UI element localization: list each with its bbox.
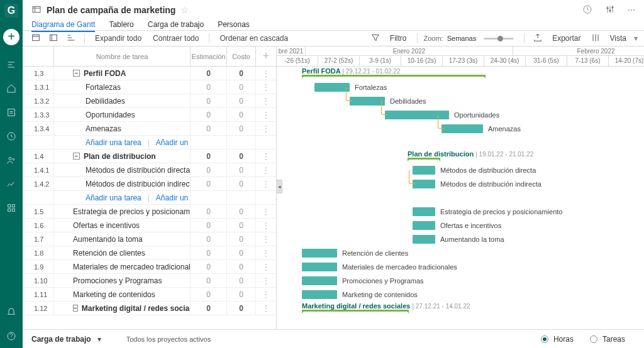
- cost-cell[interactable]: 0: [227, 122, 256, 135]
- reports-icon[interactable]: [4, 177, 18, 191]
- row-actions-icon[interactable]: ⋮: [256, 111, 276, 119]
- notify-icon[interactable]: [4, 305, 18, 319]
- task-row[interactable]: 1.3.1Fortalezas00⋮: [23, 80, 276, 94]
- task-row[interactable]: 1.6Ofertas e incentivos00⋮: [23, 219, 276, 232]
- col-cost[interactable]: Costo: [227, 46, 256, 66]
- task-name[interactable]: Materiales de mercadeo tradicionales: [54, 260, 191, 273]
- cost-cell[interactable]: 0: [227, 94, 256, 107]
- estimation-cell[interactable]: 0: [191, 163, 227, 177]
- task-name[interactable]: −Plan de distribucion: [54, 150, 191, 163]
- row-actions-icon[interactable]: ⋮: [256, 235, 276, 244]
- task-bar[interactable]: [350, 97, 385, 106]
- task-bar[interactable]: [314, 83, 350, 92]
- estimation-cell[interactable]: 0: [191, 274, 227, 287]
- task-name[interactable]: Oportunidades: [54, 108, 191, 121]
- toolbar-undo-icon[interactable]: [29, 33, 43, 45]
- task-bar[interactable]: [413, 221, 435, 230]
- row-actions-icon[interactable]: ⋮: [256, 249, 276, 258]
- cost-cell[interactable]: 0: [227, 260, 256, 273]
- estimation-cell[interactable]: 0: [191, 150, 227, 163]
- cost-cell[interactable]: 0: [227, 67, 256, 80]
- filter-button[interactable]: Filtro: [386, 34, 411, 43]
- task-name[interactable]: Ofertas e incentivos: [54, 219, 191, 232]
- row-actions-icon[interactable]: ⋮: [256, 166, 276, 175]
- cascade-sort-button[interactable]: Ordenar en cascada: [216, 34, 292, 43]
- task-bar[interactable]: [302, 249, 337, 258]
- task-bar[interactable]: [441, 124, 483, 133]
- task-row[interactable]: 1.8Retención de clientes00⋮: [23, 246, 276, 260]
- task-row[interactable]: 1.9Materiales de mercadeo tradicionales0…: [23, 260, 276, 274]
- projects-icon[interactable]: [4, 106, 18, 119]
- cost-cell[interactable]: 0: [227, 219, 256, 232]
- radio-tasks[interactable]: Tareas: [590, 335, 625, 344]
- home-icon[interactable]: [4, 82, 18, 95]
- col-estimation[interactable]: Estimación: [191, 46, 227, 66]
- add-milestone-link[interactable]: Añadir un hito: [156, 193, 191, 202]
- workload-toggle-icon[interactable]: ▾: [97, 335, 101, 344]
- cost-cell[interactable]: 0: [227, 232, 256, 246]
- row-actions-icon[interactable]: ⋮: [256, 180, 276, 188]
- col-name[interactable]: Nombre de tarea: [54, 46, 191, 66]
- task-row[interactable]: 1.4.2Métodos de distribución indirecta00…: [23, 177, 276, 191]
- task-name[interactable]: Debilidades: [54, 94, 191, 107]
- task-bar[interactable]: [302, 290, 337, 299]
- task-row[interactable]: 1.4−Plan de distribucion00⋮: [23, 150, 276, 163]
- task-row[interactable]: 1.7Aumentando la toma00⋮: [23, 232, 276, 246]
- collapse-toggle-icon[interactable]: −: [73, 305, 78, 312]
- cost-cell[interactable]: 0: [227, 163, 256, 177]
- task-name[interactable]: Métodos de distribución indirecta: [54, 177, 191, 190]
- estimation-cell[interactable]: 0: [191, 122, 227, 135]
- row-actions-icon[interactable]: ⋮: [256, 207, 276, 216]
- chevron-down-icon[interactable]: ▾: [634, 34, 638, 43]
- task-row[interactable]: 1.3.2Debilidades00⋮: [23, 94, 276, 108]
- task-bar[interactable]: [302, 276, 337, 285]
- task-name[interactable]: Estrategia de precios y posicionami...: [54, 205, 191, 218]
- summary-bar[interactable]: Plan de distribucion | 19.01.22 - 21.01.…: [408, 158, 440, 160]
- zoom-slider[interactable]: [484, 38, 514, 40]
- cost-cell[interactable]: 0: [227, 80, 256, 94]
- estimation-cell[interactable]: 0: [191, 80, 227, 94]
- collapse-all-button[interactable]: Contraer todo: [149, 34, 203, 43]
- estimation-cell[interactable]: 0: [191, 232, 227, 246]
- row-actions-icon[interactable]: ⋮: [256, 263, 276, 271]
- task-row[interactable]: 1.3−Perfil FODA00⋮: [23, 67, 276, 80]
- projects-filter[interactable]: Todos los proyectos activos: [126, 335, 211, 343]
- favorite-star-icon[interactable]: ☆: [180, 5, 189, 15]
- task-name[interactable]: Amenazas: [54, 122, 191, 135]
- row-actions-icon[interactable]: ⋮: [256, 124, 276, 133]
- task-name[interactable]: Retención de clientes: [54, 246, 191, 259]
- toolbar-baseline-icon[interactable]: [47, 33, 60, 45]
- task-name[interactable]: Marketing de contenidos: [54, 288, 191, 301]
- task-name[interactable]: Métodos de distribución directa: [54, 163, 191, 177]
- estimation-cell[interactable]: 0: [191, 246, 227, 259]
- collapse-toggle-icon[interactable]: −: [73, 70, 80, 77]
- task-name[interactable]: Fortalezas: [54, 80, 191, 94]
- menu-icon[interactable]: [4, 58, 18, 72]
- team-icon[interactable]: [4, 153, 18, 167]
- cost-cell[interactable]: 0: [227, 205, 256, 218]
- row-actions-icon[interactable]: ⋮: [256, 276, 276, 285]
- task-name[interactable]: −Marketing digital / redes sociales: [54, 302, 191, 315]
- estimation-cell[interactable]: 0: [191, 302, 227, 315]
- task-row[interactable]: 1.12−Marketing digital / redes sociales0…: [23, 302, 276, 315]
- expand-all-button[interactable]: Expandir todo: [91, 34, 145, 43]
- task-row[interactable]: 1.4.1Métodos de distribución directa00⋮: [23, 163, 276, 177]
- add-task-link[interactable]: Añadir una tarea: [86, 193, 142, 202]
- row-actions-icon[interactable]: ⋮: [256, 97, 276, 106]
- cost-cell[interactable]: 0: [227, 288, 256, 301]
- task-bar[interactable]: [413, 166, 435, 175]
- row-actions-icon[interactable]: ⋮: [256, 83, 276, 92]
- row-actions-icon[interactable]: ⋮: [256, 69, 276, 78]
- collapse-toggle-icon[interactable]: −: [73, 153, 80, 160]
- apps-icon[interactable]: [4, 201, 18, 215]
- cost-cell[interactable]: 0: [227, 246, 256, 259]
- add-column-button[interactable]: +: [256, 46, 276, 66]
- add-row[interactable]: Añadir una tarea|Añadir un hito: [23, 191, 276, 205]
- cost-cell[interactable]: 0: [227, 177, 256, 190]
- toolbar-outline-icon[interactable]: [64, 33, 78, 45]
- add-task-link[interactable]: Añadir una tarea: [86, 138, 142, 147]
- radio-hours[interactable]: Horas: [541, 335, 574, 344]
- row-actions-icon[interactable]: ⋮: [256, 290, 276, 299]
- task-row[interactable]: 1.5Estrategia de precios y posicionami..…: [23, 205, 276, 219]
- cost-cell[interactable]: 0: [227, 108, 256, 121]
